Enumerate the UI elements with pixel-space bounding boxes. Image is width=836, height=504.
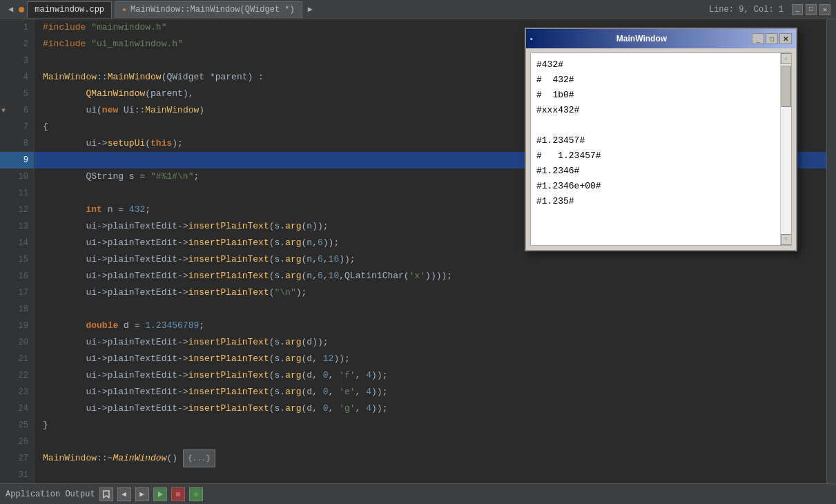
bottom-bar: Application Output ◀ ▶ [0, 483, 836, 504]
clear-icon [193, 491, 200, 498]
tab-prev-arrow[interactable]: ◀ [6, 4, 16, 14]
output-line-6: #1.23457# [536, 133, 775, 148]
popup-maximize-button[interactable]: □ [766, 33, 778, 44]
maximize-button[interactable]: □ [806, 4, 817, 15]
popup-minimize-button[interactable]: _ [752, 33, 764, 44]
output-icon-btn-1[interactable] [99, 487, 113, 501]
line-24: 24 [0, 400, 34, 417]
line-7: 7 [0, 119, 34, 135]
line-25: 25 [0, 417, 34, 434]
scroll-thumb[interactable] [781, 66, 791, 107]
output-line-1: #432# [536, 57, 775, 72]
code-line-27: MainWindow::~MainWindow() {...} [35, 450, 826, 467]
line-12: 12 [0, 202, 34, 218]
line-gutter: 1 2 3 4 5 ▼ 6 7 8 9 10 11 12 13 14 15 16… [0, 19, 35, 483]
output-run-btn[interactable] [153, 487, 167, 501]
mainwindow-popup: ▪ MainWindow _ □ ✕ #432# # 432# # 1b0# #… [525, 28, 797, 251]
line-5: 5 [0, 86, 34, 102]
output-line-5 [536, 118, 775, 133]
code-line-24: ui->plainTextEdit->insertPlainText(s.arg… [35, 400, 826, 417]
close-button[interactable]: ✕ [819, 4, 830, 15]
scroll-up-button[interactable]: ▲ [781, 53, 792, 64]
code-line-18 [35, 301, 826, 318]
line-19: 19 [0, 318, 34, 334]
popup-output-text: #432# # 432# # 1b0# #xxx432# #1.23457# #… [531, 53, 780, 245]
line-4: 4 [0, 69, 34, 86]
code-line-25: } [35, 417, 826, 434]
stop-icon [175, 491, 182, 498]
code-line-21: ui->plainTextEdit->insertPlainText(s.arg… [35, 351, 826, 367]
tab-next-arrow[interactable]: ▶ [305, 4, 315, 14]
line-13: 13 [0, 218, 34, 235]
minimize-button[interactable]: _ [792, 4, 803, 15]
line-23: 23 [0, 384, 34, 400]
popup-content: #432# # 432# # 1b0# #xxx432# #1.23457# #… [530, 52, 792, 246]
svg-marker-0 [104, 491, 109, 498]
tab-mainwindow-fn[interactable]: ● MainWindow::MainWindow(QWidget *) [115, 1, 302, 18]
bookmark-icon [102, 490, 110, 498]
line-31: 31 [0, 467, 34, 483]
line-21: 21 [0, 351, 34, 367]
output-stop-btn[interactable] [171, 487, 185, 501]
collapsed-block[interactable]: {...} [183, 449, 215, 467]
window-controls: _ □ ✕ [792, 4, 830, 15]
output-line-9: #1.2346e+00# [536, 179, 775, 194]
tab-file2-label: MainWindow::MainWindow(QWidget *) [130, 5, 295, 14]
code-line-19: double d = 1.23456789; [35, 318, 826, 334]
tab-modified-dot [19, 7, 24, 12]
line-10: 10 [0, 168, 34, 185]
output-line-4: #xxx432# [536, 103, 775, 118]
output-line-7: # 1.23457# [536, 148, 775, 164]
output-clear-btn[interactable] [189, 487, 203, 501]
svg-marker-1 [158, 492, 163, 497]
line-1: 1 [0, 19, 34, 36]
code-line-22: ui->plainTextEdit->insertPlainText(s.arg… [35, 367, 826, 384]
line-9: 9 [0, 152, 34, 168]
tab-bar: ◀ mainwindow.cpp ● MainWindow::MainWindo… [0, 0, 836, 19]
line-20: 20 [0, 334, 34, 351]
line-15: 15 [0, 251, 34, 268]
line-2: 2 [0, 36, 34, 52]
code-line-16: ui->plainTextEdit->insertPlainText(s.arg… [35, 268, 826, 284]
run-icon [157, 491, 164, 498]
application-output-label: Application Output [6, 490, 95, 499]
output-next-btn[interactable]: ▶ [135, 487, 149, 501]
tab-mainwindow-cpp[interactable]: mainwindow.cpp [27, 1, 112, 18]
svg-marker-3 [193, 492, 199, 497]
popup-scrollbar[interactable]: ▲ ▼ [780, 53, 791, 245]
line-17: 17 [0, 284, 34, 301]
output-line-8: #1.2346# [536, 164, 775, 179]
line-col-info: Line: 9, Col: 1 [709, 5, 784, 14]
code-line-23: ui->plainTextEdit->insertPlainText(s.arg… [35, 384, 826, 400]
line-3: 3 [0, 52, 34, 69]
code-line-15: ui->plainTextEdit->insertPlainText(s.arg… [35, 251, 826, 268]
output-line-2: # 432# [536, 72, 775, 88]
line-22: 22 [0, 367, 34, 384]
svg-rect-2 [176, 492, 180, 496]
line-8: 8 [0, 135, 34, 152]
output-prev-btn[interactable]: ◀ [117, 487, 131, 501]
popup-close-button[interactable]: ✕ [779, 33, 792, 44]
line-18: 18 [0, 301, 34, 318]
line-14: 14 [0, 235, 34, 251]
line-11: 11 [0, 185, 34, 202]
code-line-17: ui->plainTextEdit->insertPlainText("\n")… [35, 284, 826, 301]
code-line-20: ui->plainTextEdit->insertPlainText(s.arg… [35, 334, 826, 351]
line-26: 26 [0, 434, 34, 450]
scroll-down-button[interactable]: ▼ [781, 234, 792, 245]
line-6: ▼ 6 [0, 102, 34, 119]
editor-scrollbar[interactable] [826, 19, 836, 483]
line-27: 27 [0, 450, 34, 467]
popup-titlebar: ▪ MainWindow _ □ ✕ [526, 29, 796, 48]
line-numbers: 1 2 3 4 5 ▼ 6 7 8 9 10 11 12 13 14 15 16… [0, 19, 34, 483]
output-line-3: # 1b0# [536, 88, 775, 103]
code-line-26 [35, 434, 826, 450]
code-line-31 [35, 467, 826, 483]
output-line-10: #1.235# [536, 194, 775, 209]
popup-title: MainWindow [533, 34, 750, 43]
tab-file1-label: mainwindow.cpp [35, 5, 104, 14]
line-16: 16 [0, 268, 34, 284]
fold-arrow-6[interactable]: ▼ [1, 107, 6, 115]
